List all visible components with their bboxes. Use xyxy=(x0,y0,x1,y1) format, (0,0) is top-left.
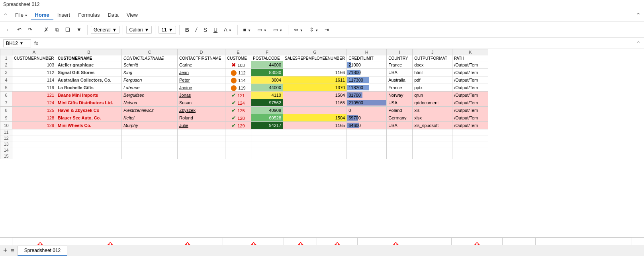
copy-btn[interactable]: ⧉ xyxy=(53,25,61,34)
cell-k2[interactable]: /Output/Tem xyxy=(452,61,488,69)
cell-b10[interactable]: Mini Wheels Co. xyxy=(56,122,122,129)
col-header-b[interactable]: B xyxy=(56,49,122,55)
cell-f9[interactable]: 60528 xyxy=(251,114,283,122)
menu-data[interactable]: Data xyxy=(104,10,122,20)
cell-c7[interactable]: Nelson xyxy=(122,99,178,107)
cell-i10[interactable]: USA xyxy=(387,122,413,129)
italic-btn[interactable]: / xyxy=(193,25,200,34)
borders-btn[interactable]: ▭ ▼ xyxy=(255,25,269,34)
cell-b4[interactable]: Australian Collectors, Co. xyxy=(56,76,122,84)
cell-g5[interactable]: 1370 xyxy=(283,84,347,92)
cell-f6[interactable]: 4110 xyxy=(251,92,283,99)
nav-left-arrow[interactable]: ⌃ xyxy=(3,12,8,19)
menu-view[interactable]: View xyxy=(123,10,142,20)
menu-file[interactable]: File ▾ xyxy=(11,10,31,20)
cell-j8[interactable]: xls xyxy=(413,107,452,114)
cell-j5[interactable]: pptx xyxy=(413,84,452,92)
cell-c3[interactable]: King xyxy=(122,69,178,76)
cell-a6[interactable]: 121 xyxy=(12,92,56,99)
back-btn[interactable]: ← xyxy=(3,25,13,34)
cell-e9[interactable]: ✔ 128 xyxy=(225,114,251,122)
row-num-10[interactable]: 10 xyxy=(0,122,12,129)
cell-g4[interactable]: 1611 xyxy=(283,76,347,84)
add-sheet-button[interactable]: + xyxy=(3,246,8,255)
cell-b8[interactable]: Havel & Zbyszek Co xyxy=(56,107,122,114)
cell-k6[interactable]: /Output/Tem xyxy=(452,92,488,99)
cut-btn[interactable]: ✗ xyxy=(41,25,51,35)
cell-i6[interactable]: Norway xyxy=(387,92,413,99)
cell-h2[interactable]: 21000 xyxy=(347,61,387,69)
cell-c10[interactable]: Murphy xyxy=(122,122,178,129)
cell-f1[interactable]: POSTALCODE xyxy=(251,55,283,61)
cell-h10[interactable]: 64600 xyxy=(347,122,387,129)
cell-i1[interactable]: COUNTRY xyxy=(387,55,413,61)
cell-j10[interactable]: xls_spudsoft xyxy=(413,122,452,129)
cell-k8[interactable]: /Output/Tem xyxy=(452,107,488,114)
cell-e10[interactable]: ✔ 129 xyxy=(225,122,251,129)
col-header-i[interactable]: I xyxy=(387,49,413,55)
cell-g9[interactable]: 1504 xyxy=(283,114,347,122)
row-num-6[interactable]: 6 xyxy=(0,92,12,99)
col-header-c[interactable]: C xyxy=(122,49,178,55)
cell-j4[interactable]: pdf xyxy=(413,76,452,84)
cell-f10[interactable]: 94217 xyxy=(251,122,283,129)
row-num-1[interactable]: 1 xyxy=(0,55,12,61)
cell-b6[interactable]: Baane Mini Imports xyxy=(56,92,122,99)
cell-f4[interactable]: 3004 xyxy=(251,76,283,84)
paste-btn[interactable]: ❏ xyxy=(63,25,72,34)
col-header-j[interactable]: J xyxy=(413,49,452,55)
cell-g1[interactable]: SALESREPEMPLOYEENUMBER xyxy=(283,55,347,61)
cell-h4[interactable]: 117300 xyxy=(347,76,387,84)
strikethrough-btn[interactable]: S xyxy=(201,25,209,34)
menu-formulas[interactable]: Formulas xyxy=(74,10,104,20)
cell-h7[interactable]: 210500 xyxy=(347,99,387,107)
row-num-2[interactable]: 2 xyxy=(0,61,12,69)
cell-c9[interactable]: Keitel xyxy=(122,114,178,122)
cell-c1[interactable]: CONTACTLASTNAME xyxy=(122,55,178,61)
cell-j6[interactable]: qrun xyxy=(413,92,452,99)
cell-d3[interactable]: Jean xyxy=(178,69,225,76)
cell-h6[interactable]: 81700 xyxy=(347,92,387,99)
cell-d8[interactable]: Zbyszek xyxy=(178,107,225,114)
cell-f5[interactable]: 44000 xyxy=(251,84,283,92)
font-size-dropdown[interactable]: 11 ▼ xyxy=(159,26,176,34)
cell-e7[interactable]: ✔ 124 xyxy=(225,99,251,107)
cell-f8[interactable]: 40909 xyxy=(251,107,283,114)
valign-btn[interactable]: ⇕ ▼ xyxy=(307,25,321,34)
cell-g3[interactable]: 1166 xyxy=(283,69,347,76)
cell-f3[interactable]: 83030 xyxy=(251,69,283,76)
cell-b3[interactable]: Signal Gift Stores xyxy=(56,69,122,76)
cell-k7[interactable]: /Output/Tem xyxy=(452,99,488,107)
cell-e3[interactable]: ⬤ 112 xyxy=(225,69,251,76)
bold-btn[interactable]: B xyxy=(183,25,192,34)
cell-j3[interactable]: html xyxy=(413,69,452,76)
sheet-tab[interactable]: Spreadsheet 012 xyxy=(18,246,67,256)
cell-d9[interactable]: Roland xyxy=(178,114,225,122)
cell-i5[interactable]: France xyxy=(387,84,413,92)
align-btn[interactable]: ⇔ ▼ xyxy=(292,25,305,34)
cell-f7[interactable]: 97562 xyxy=(251,99,283,107)
cell-i4[interactable]: Australia xyxy=(387,76,413,84)
cell-e1[interactable]: CUSTOME xyxy=(225,55,251,61)
cell-k10[interactable]: /Output/Tem xyxy=(452,122,488,129)
cell-c4[interactable]: Ferguson xyxy=(122,76,178,84)
row-num-7[interactable]: 7 xyxy=(0,99,12,107)
cell-a10[interactable]: 129 xyxy=(12,122,56,129)
cell-d5[interactable]: Janine xyxy=(178,84,225,92)
cell-g6[interactable]: 1504 xyxy=(283,92,347,99)
cell-g2[interactable] xyxy=(283,61,347,69)
cell-j1[interactable]: OUTPUTFORMAT xyxy=(413,55,452,61)
cell-d10[interactable]: Julie xyxy=(178,122,225,129)
row-num-3[interactable]: 3 xyxy=(0,69,12,76)
wrap-btn[interactable]: ⇥ xyxy=(322,25,331,34)
cell-f2[interactable]: 44000 xyxy=(251,61,283,69)
cell-c8[interactable]: Piestrzeniewicz xyxy=(122,107,178,114)
underline-btn[interactable]: U xyxy=(211,25,220,34)
cell-b5[interactable]: La Rochelle Gifts xyxy=(56,84,122,92)
cell-a7[interactable]: 124 xyxy=(12,99,56,107)
cell-j2[interactable]: docx xyxy=(413,61,452,69)
cell-a4[interactable]: 114 xyxy=(12,76,56,84)
cell-j9[interactable]: xlsx xyxy=(413,114,452,122)
cell-a8[interactable]: 125 xyxy=(12,107,56,114)
cell-i3[interactable]: USA xyxy=(387,69,413,76)
